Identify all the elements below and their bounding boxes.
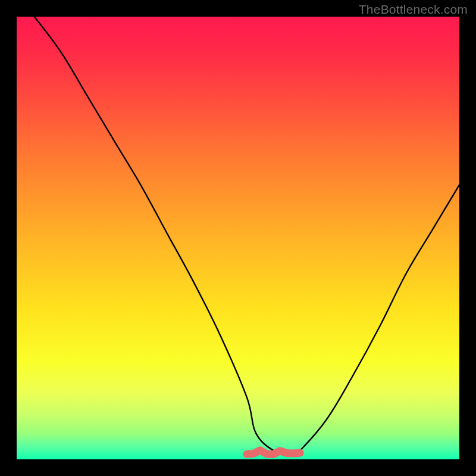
chart-frame (17, 17, 459, 459)
attribution-text: TheBottleneck.com (359, 2, 468, 17)
chart-background-gradient (17, 17, 459, 459)
